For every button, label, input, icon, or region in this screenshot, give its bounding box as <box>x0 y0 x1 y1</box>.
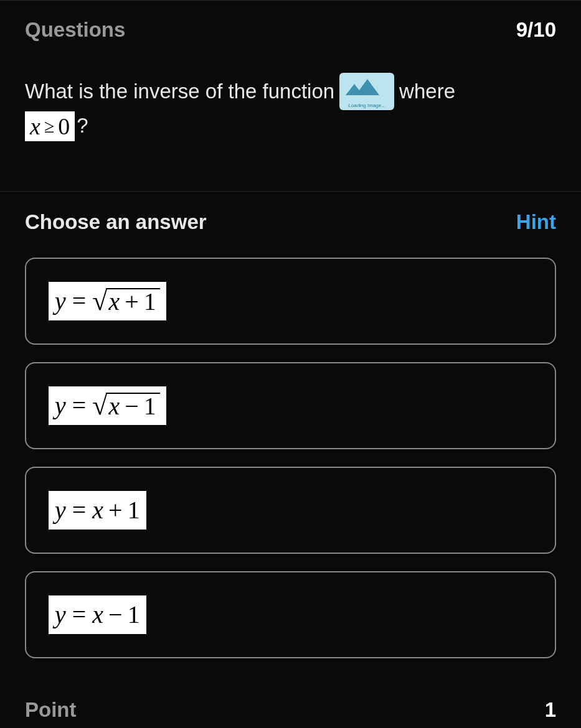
point-value: 1 <box>545 698 556 722</box>
point-section: Point 1 <box>0 676 581 722</box>
answer-math-3: y=x+1 <box>49 491 146 530</box>
function-image-loading: Loading Image... <box>339 73 394 110</box>
answer-option-1[interactable]: y= √x+1 <box>25 258 556 345</box>
questions-label: Questions <box>25 18 125 42</box>
answer-math-4: y=x−1 <box>49 595 146 634</box>
loading-image-label: Loading Image... <box>339 102 394 109</box>
question-prefix: What is the inverse of the function <box>25 77 334 106</box>
answer-math-2: y= √x−1 <box>49 386 166 425</box>
answer-option-2[interactable]: y= √x−1 <box>25 362 556 449</box>
answer-option-4[interactable]: y=x−1 <box>25 571 556 658</box>
answer-option-3[interactable]: y=x+1 <box>25 467 556 554</box>
question-text: What is the inverse of the function Load… <box>0 42 581 191</box>
answer-math-1: y= √x+1 <box>49 282 166 320</box>
question-suffix: where <box>399 77 455 106</box>
question-progress: 9/10 <box>516 18 556 42</box>
header: Questions 9/10 <box>0 1 581 42</box>
hint-button[interactable]: Hint <box>516 210 556 234</box>
choose-answer-label: Choose an answer <box>25 210 207 234</box>
point-label: Point <box>25 698 76 722</box>
question-mark: ? <box>77 111 88 141</box>
condition-math: x≥0 <box>25 111 75 141</box>
